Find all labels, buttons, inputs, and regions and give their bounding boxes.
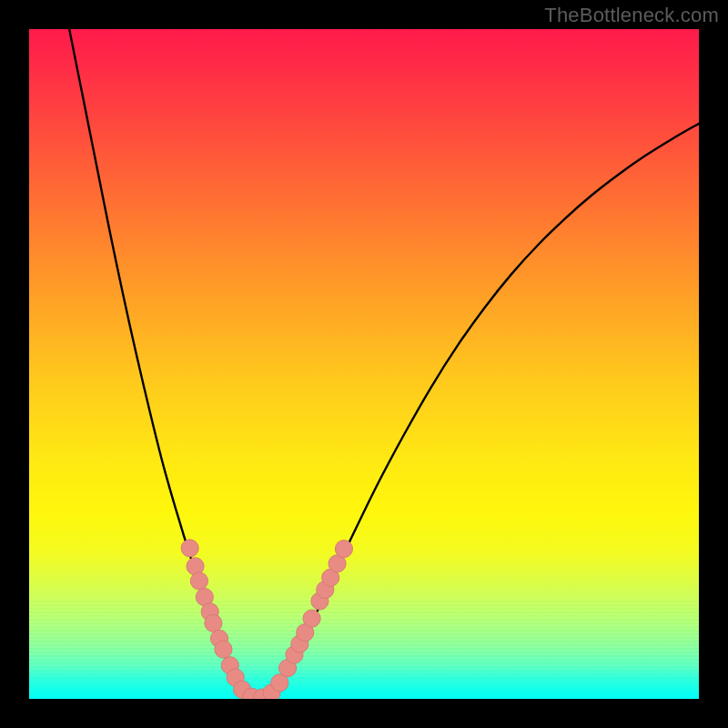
outer-frame: TheBottleneck.com (0, 0, 728, 728)
highlight-dot (181, 540, 198, 557)
plot-area (29, 29, 699, 699)
highlight-dots (181, 540, 352, 699)
highlight-dot (190, 572, 207, 590)
bottleneck-curve (69, 29, 699, 698)
highlight-dot (215, 641, 232, 658)
chart-svg (29, 29, 699, 699)
watermark-text: TheBottleneck.com (544, 4, 719, 27)
highlight-dot (205, 614, 222, 632)
highlight-dot (303, 610, 320, 627)
highlight-dot (335, 541, 352, 558)
